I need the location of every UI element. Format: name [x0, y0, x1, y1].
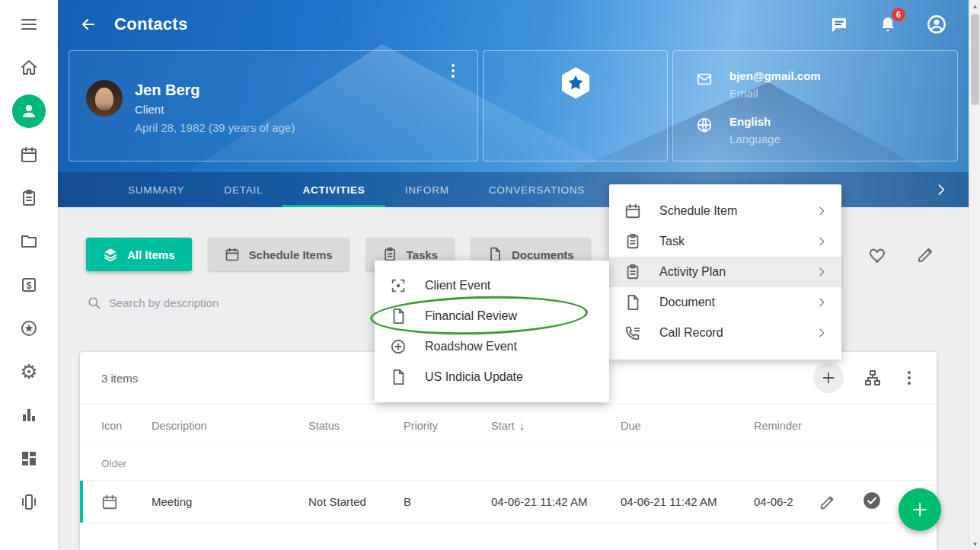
- mobile-icon[interactable]: [12, 485, 46, 519]
- billing-icon[interactable]: $: [12, 268, 46, 302]
- row-start: 04-06-21 11:42 AM: [491, 495, 621, 508]
- favorites-icon[interactable]: [12, 312, 46, 345]
- tasks-icon[interactable]: [12, 181, 46, 215]
- row-due: 04-06-21 11:42 AM: [621, 495, 754, 508]
- add-item-button[interactable]: [813, 363, 844, 393]
- scroll-up-arrow-icon[interactable]: ▲: [969, 0, 980, 12]
- quick-actions: [868, 245, 935, 265]
- star-hexagon-icon[interactable]: [557, 65, 594, 161]
- contact-birth-info: April 28, 1982 (39 years of age): [135, 119, 295, 137]
- sort-desc-icon: ↓: [519, 419, 525, 432]
- edit-pencil-icon[interactable]: [917, 245, 935, 265]
- menu-item-us-indicia-update[interactable]: US Indicia Update: [375, 362, 609, 392]
- profile-more-icon[interactable]: [445, 62, 461, 80]
- account-icon[interactable]: [926, 14, 947, 35]
- call-record-icon: [624, 325, 641, 341]
- menu-item-roadshow-event[interactable]: Roadshow Event: [375, 331, 609, 362]
- vertical-scrollbar[interactable]: ▲ ▼: [969, 0, 980, 550]
- chevron-right-icon: [816, 266, 828, 278]
- search-icon: [87, 296, 101, 310]
- menu-item-task[interactable]: Task: [609, 226, 841, 257]
- scrollbar-thumb[interactable]: [971, 14, 979, 105]
- calendar-icon: [225, 247, 240, 262]
- language-label: Language: [729, 130, 780, 149]
- menu-item-document[interactable]: Document: [609, 287, 841, 318]
- calendar-icon[interactable]: [12, 138, 46, 171]
- chevron-right-icon: [816, 296, 828, 309]
- home-icon[interactable]: [12, 51, 46, 85]
- group-row-older: Older: [80, 447, 937, 481]
- chevron-right-icon: [816, 205, 828, 217]
- contact-header: Contacts 6 Jen Berg Client: [58, 0, 969, 207]
- contacts-icon[interactable]: [12, 94, 46, 128]
- globe-icon: [696, 114, 713, 149]
- back-icon[interactable]: [75, 11, 102, 38]
- notifications-icon[interactable]: 6: [877, 14, 899, 35]
- row-edit-pencil-icon[interactable]: [819, 494, 836, 510]
- list-more-icon[interactable]: [902, 369, 917, 387]
- menu-item-financial-review[interactable]: Financial Review: [375, 301, 609, 331]
- chevron-right-icon: [816, 235, 828, 248]
- favorite-heart-icon[interactable]: [868, 245, 888, 265]
- menu-item-activity-plan[interactable]: Activity Plan: [609, 257, 841, 287]
- activity-plan-submenu: Client Event Financial Review Roadshow E…: [375, 261, 609, 402]
- language-value: English: [729, 114, 780, 130]
- header-cards: Jen Berg Client April 28, 1982 (39 years…: [69, 50, 958, 161]
- schedule-items-filter-button[interactable]: Schedule Items: [208, 238, 350, 271]
- menu-item-schedule-item[interactable]: Schedule Item: [609, 196, 841, 226]
- all-items-filter-button[interactable]: All Items: [86, 238, 192, 271]
- menu-icon[interactable]: [12, 8, 46, 41]
- hierarchy-view-icon[interactable]: [863, 369, 882, 387]
- reports-icon[interactable]: [12, 398, 46, 432]
- tab-activities[interactable]: ACTIVITIES: [283, 172, 385, 207]
- layers-icon: [103, 247, 118, 262]
- plus-icon: [820, 369, 837, 386]
- col-description[interactable]: Description: [152, 420, 308, 432]
- col-start[interactable]: Start ↓: [491, 419, 621, 432]
- row-complete-check-icon[interactable]: [862, 491, 882, 513]
- tab-inform[interactable]: INFORM: [385, 172, 469, 207]
- settings-icon[interactable]: ⚙: [12, 355, 46, 389]
- chat-icon[interactable]: [828, 14, 850, 35]
- email-value[interactable]: bjen@gmail.com: [729, 68, 821, 85]
- menu-item-client-event[interactable]: Client Event: [375, 270, 609, 301]
- add-item-menu: Schedule Item Task Activity Plan Documen…: [609, 184, 841, 360]
- page-title: Contacts: [114, 14, 188, 34]
- fab-add-button[interactable]: [899, 488, 941, 531]
- tab-summary[interactable]: SUMMARY: [108, 172, 204, 207]
- chevron-right-icon: [816, 327, 828, 339]
- email-label: Email: [729, 85, 821, 103]
- profile-avatar[interactable]: [86, 80, 123, 117]
- document-icon: [487, 247, 503, 262]
- scroll-down-arrow-icon[interactable]: ▼: [969, 538, 980, 550]
- row-reminder: 04-06-2: [754, 495, 815, 508]
- col-priority[interactable]: Priority: [404, 420, 491, 432]
- tabs-overflow-chevron-icon[interactable]: [934, 172, 949, 207]
- language-row: English Language: [696, 114, 957, 149]
- task-icon: [382, 247, 397, 262]
- email-row: bjen@gmail.com Email: [696, 68, 957, 103]
- row-status: Not Started: [308, 495, 404, 508]
- search-input[interactable]: [109, 296, 353, 309]
- table-header-row: Icon Description Status Priority Start ↓…: [80, 405, 937, 446]
- col-icon[interactable]: Icon: [101, 420, 152, 432]
- email-icon: [696, 68, 713, 103]
- plus-circle-icon: [390, 338, 407, 355]
- left-sidebar: $ ⚙: [0, 0, 58, 550]
- row-priority: B: [404, 495, 491, 508]
- calendar-icon: [624, 203, 641, 219]
- row-type-calendar-icon: [101, 494, 152, 510]
- col-status[interactable]: Status: [308, 420, 404, 432]
- tab-conversations[interactable]: CONVERSATIONS: [469, 172, 605, 207]
- tab-detail[interactable]: DETAIL: [204, 172, 283, 207]
- badge-card: [483, 50, 668, 161]
- dashboard-icon[interactable]: [12, 442, 46, 475]
- svg-text:$: $: [27, 280, 32, 291]
- table-row[interactable]: Meeting Not Started B 04-06-21 11:42 AM …: [80, 481, 937, 523]
- menu-item-call-record[interactable]: Call Record: [609, 318, 841, 348]
- contact-role: Client: [135, 100, 295, 119]
- folder-icon[interactable]: [12, 225, 46, 258]
- col-reminder[interactable]: Reminder: [754, 420, 815, 432]
- row-description[interactable]: Meeting: [152, 495, 308, 508]
- col-due[interactable]: Due: [621, 420, 754, 432]
